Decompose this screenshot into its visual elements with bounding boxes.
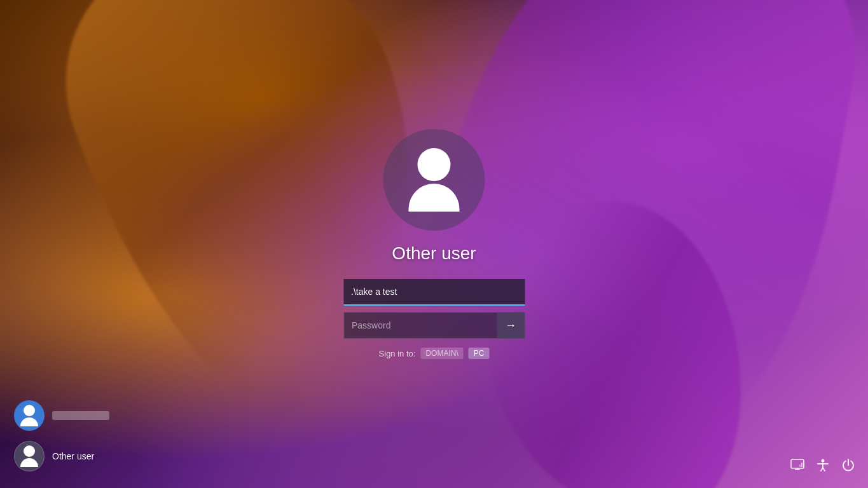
svg-rect-3 (799, 464, 801, 467)
primary-user-name-blurred (52, 411, 109, 420)
sign-in-button[interactable]: → (497, 312, 525, 339)
login-panel: Other user → Sign in to: DOMAIN\ PC (343, 129, 525, 359)
other-avatar-icon (20, 445, 38, 467)
primary-avatar-body (20, 417, 38, 426)
sign-in-to-row: Sign in to: DOMAIN\ PC (379, 348, 490, 359)
primary-avatar-head (24, 405, 35, 416)
domain-part2: PC (469, 348, 490, 359)
other-user-item[interactable]: Other user (10, 437, 125, 475)
other-avatar-body (20, 458, 38, 467)
display-icon[interactable] (790, 458, 804, 475)
primary-user-item[interactable] (10, 396, 125, 435)
svg-line-10 (823, 468, 825, 471)
svg-point-6 (822, 459, 825, 463)
user-avatar-container (383, 129, 485, 231)
user-avatar-icon (409, 148, 460, 212)
primary-user-avatar (14, 400, 45, 431)
system-icons-bar (790, 458, 855, 475)
other-user-avatar (14, 441, 45, 471)
avatar-head (418, 148, 451, 181)
primary-avatar-icon (20, 405, 38, 426)
accessibility-icon[interactable] (816, 458, 830, 475)
password-row: → (343, 312, 525, 339)
username-input[interactable] (343, 279, 525, 306)
sign-in-to-label: Sign in to: (379, 349, 416, 358)
svg-rect-5 (803, 461, 804, 467)
other-avatar-head (24, 445, 35, 457)
avatar-body (409, 184, 460, 212)
power-icon[interactable] (841, 458, 855, 475)
domain-part1: DOMAIN\ (420, 348, 463, 359)
svg-rect-4 (801, 463, 803, 467)
other-user-label: Other user (52, 451, 94, 461)
user-display-name: Other user (392, 243, 476, 264)
user-list: Other user (10, 396, 125, 475)
